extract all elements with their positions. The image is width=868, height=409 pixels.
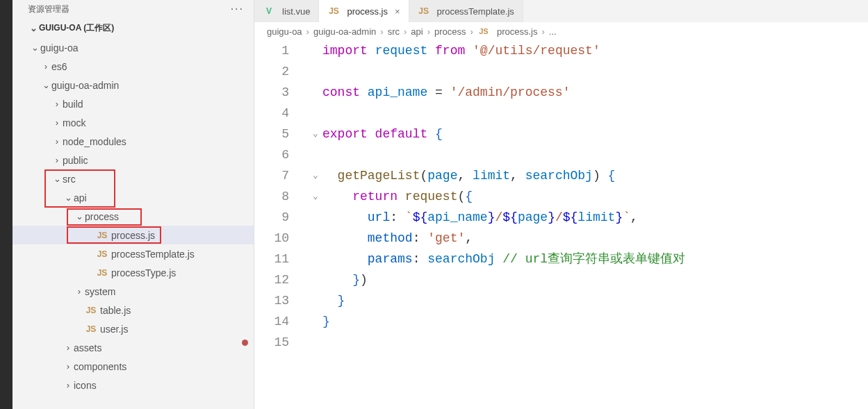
line-number: 13 bbox=[254, 290, 289, 311]
code-editor[interactable]: import request from '@/utils/request'con… bbox=[322, 40, 868, 409]
tree-item[interactable]: JSuser.js bbox=[13, 319, 254, 338]
tree-item-label: processType.js bbox=[111, 267, 176, 278]
tree-item[interactable]: ›assets bbox=[13, 338, 254, 357]
tree-item[interactable]: ›system bbox=[13, 282, 254, 301]
code-line[interactable]: method: 'get', bbox=[322, 228, 868, 249]
tree-item-label: guigu-oa-admin bbox=[51, 80, 119, 91]
tab-label: process.js bbox=[347, 6, 388, 17]
fold-marker bbox=[309, 40, 322, 61]
code-line[interactable]: } bbox=[322, 290, 868, 311]
fold-marker bbox=[309, 290, 322, 311]
js-file-icon: JS bbox=[96, 249, 108, 259]
sidebar-header: 资源管理器 ··· bbox=[13, 0, 254, 18]
code-line[interactable]: }) bbox=[322, 269, 868, 290]
line-number: 6 bbox=[254, 144, 289, 165]
explorer-title: 资源管理器 bbox=[28, 3, 69, 15]
tree-item[interactable]: JSprocessTemplate.js bbox=[13, 244, 254, 263]
code-line[interactable]: const api_name = '/admin/process' bbox=[322, 82, 868, 103]
breadcrumb-segment[interactable]: api bbox=[411, 26, 423, 37]
tree-item-label: table.js bbox=[100, 305, 131, 316]
tree-item-label: components bbox=[74, 361, 126, 372]
chevron-down-icon: ⌄ bbox=[51, 174, 63, 184]
tree-item-label: node_modules bbox=[63, 136, 126, 147]
editor-tab[interactable]: JSprocess.js× bbox=[319, 0, 409, 22]
breadcrumb-segment[interactable]: src bbox=[388, 26, 400, 37]
editor-tab[interactable]: JSprocessTemplate.js bbox=[409, 0, 523, 22]
workspace-label: GUIGU-OA (工作区) bbox=[39, 22, 114, 34]
js-file-icon: JS bbox=[477, 27, 490, 35]
dirty-indicator-icon bbox=[242, 340, 248, 346]
editor-tab[interactable]: Vlist.vue bbox=[254, 0, 319, 22]
chevron-right-icon: › bbox=[541, 26, 544, 37]
tree-item[interactable]: ⌄guigu-oa bbox=[13, 38, 254, 57]
tree-item[interactable]: ›es6 bbox=[13, 57, 254, 76]
code-line[interactable]: params: searchObj // url查询字符串或表单键值对 bbox=[322, 249, 868, 269]
more-icon[interactable]: ··· bbox=[231, 3, 244, 15]
tree-item-label: icons bbox=[74, 380, 97, 391]
line-number: 14 bbox=[254, 311, 289, 332]
chevron-right-icon: › bbox=[470, 26, 473, 37]
js-file-icon: JS bbox=[85, 306, 97, 315]
js-file-icon: JS bbox=[96, 268, 108, 278]
code-line[interactable] bbox=[322, 332, 868, 353]
tree-item[interactable]: ›mock bbox=[13, 113, 254, 132]
tree-item-label: user.js bbox=[100, 324, 128, 335]
activity-bar[interactable] bbox=[0, 0, 13, 409]
tree-item[interactable]: JSprocessType.js bbox=[13, 263, 254, 282]
chevron-right-icon: › bbox=[63, 342, 74, 353]
chevron-down-icon: ⌄ bbox=[28, 23, 39, 33]
code-line[interactable] bbox=[322, 144, 868, 165]
tree-item[interactable]: ›node_modules bbox=[13, 132, 254, 151]
tree-item[interactable]: ⌄api bbox=[13, 188, 254, 207]
tree-item[interactable]: ›icons bbox=[13, 376, 254, 394]
js-file-icon: JS bbox=[85, 324, 97, 334]
sidebar: 资源管理器 ··· ⌄ GUIGU-OA (工作区) ⌄guigu-oa›es6… bbox=[13, 0, 254, 409]
tree-item[interactable]: JSprocess.js bbox=[13, 226, 254, 244]
tree-item[interactable]: ⌄guigu-oa-admin bbox=[13, 76, 254, 94]
tree-item[interactable]: ›build bbox=[13, 94, 254, 113]
editor-tabs[interactable]: Vlist.vueJSprocess.js×JSprocessTemplate.… bbox=[254, 0, 868, 22]
chevron-down-icon: ⌄ bbox=[40, 80, 51, 90]
code-line[interactable]: return request({ bbox=[322, 186, 868, 207]
chevron-right-icon: › bbox=[51, 99, 63, 109]
code-line[interactable]: import request from '@/utils/request' bbox=[322, 40, 868, 61]
line-number: 8 bbox=[254, 186, 289, 207]
code-line[interactable]: getPageList(page, limit, searchObj) { bbox=[322, 165, 868, 186]
js-file-icon: JS bbox=[418, 6, 430, 16]
line-number: 2 bbox=[254, 61, 289, 82]
tree-item[interactable]: ›components bbox=[13, 357, 254, 376]
fold-marker[interactable]: ⌄ bbox=[309, 186, 322, 207]
chevron-down-icon: ⌄ bbox=[63, 192, 74, 203]
fold-marker[interactable]: ⌄ bbox=[309, 165, 322, 186]
code-line[interactable] bbox=[322, 103, 868, 124]
file-tree[interactable]: ⌄guigu-oa›es6⌄guigu-oa-admin›build›mock›… bbox=[13, 38, 254, 408]
breadcrumb-segment[interactable]: process bbox=[434, 26, 466, 37]
js-file-icon: JS bbox=[96, 231, 108, 240]
fold-marker[interactable]: ⌄ bbox=[309, 124, 322, 144]
tree-item-label: assets bbox=[74, 342, 101, 353]
tree-item[interactable]: ›public bbox=[13, 151, 254, 169]
breadcrumb[interactable]: guigu-oa›guigu-oa-admin›src›api›process›… bbox=[254, 22, 868, 40]
line-number: 10 bbox=[254, 228, 289, 249]
code-line[interactable] bbox=[322, 61, 868, 82]
breadcrumb-segment[interactable]: guigu-oa-admin bbox=[313, 26, 376, 37]
chevron-right-icon: › bbox=[306, 26, 309, 37]
code-area: 123456789101112131415 ⌄⌄⌄ import request… bbox=[254, 40, 868, 409]
code-line[interactable]: export default { bbox=[322, 124, 868, 144]
fold-column[interactable]: ⌄⌄⌄ bbox=[309, 40, 322, 409]
line-number: 4 bbox=[254, 103, 289, 124]
tree-item[interactable]: JStable.js bbox=[13, 301, 254, 319]
breadcrumb-segment[interactable]: guigu-oa bbox=[267, 26, 302, 37]
workspace-title[interactable]: ⌄ GUIGU-OA (工作区) bbox=[13, 18, 254, 38]
chevron-right-icon: › bbox=[380, 26, 383, 37]
breadcrumb-segment[interactable]: ... bbox=[549, 26, 557, 37]
tree-item[interactable]: ⌄src bbox=[13, 169, 254, 188]
tree-item[interactable]: ⌄process bbox=[13, 207, 254, 226]
line-gutter: 123456789101112131415 bbox=[254, 40, 309, 409]
breadcrumb-segment[interactable]: process.js bbox=[497, 26, 538, 37]
chevron-right-icon: › bbox=[74, 286, 85, 297]
tree-item-label: system bbox=[85, 286, 115, 297]
code-line[interactable]: } bbox=[322, 311, 868, 332]
code-line[interactable]: url: `${api_name}/${page}/${limit}`, bbox=[322, 207, 868, 228]
close-icon[interactable]: × bbox=[395, 6, 400, 17]
